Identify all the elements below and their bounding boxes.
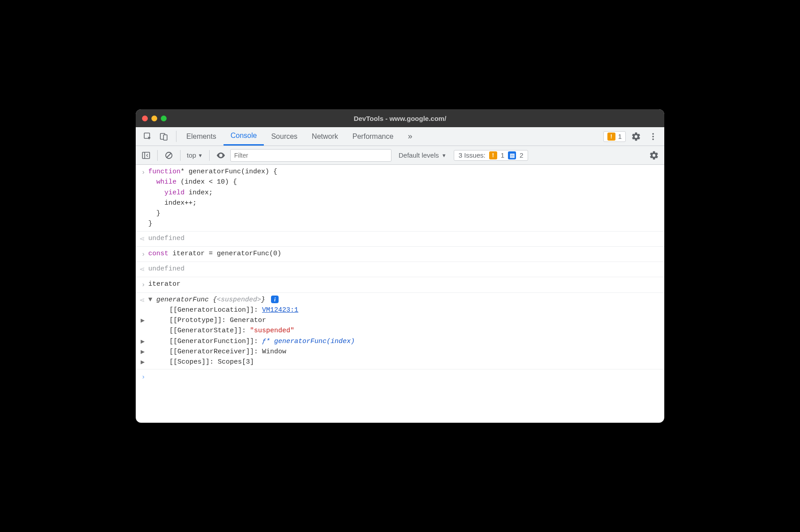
prop-key: [[GeneratorState]] <box>169 327 242 335</box>
input-chevron-icon: › <box>141 249 145 260</box>
console-sidebar-toggle-icon[interactable] <box>139 149 153 162</box>
dropdown-triangle-icon: ▼ <box>198 153 203 158</box>
info-icon[interactable]: i <box>271 296 279 303</box>
live-expression-eye-icon[interactable] <box>214 149 228 162</box>
object-property[interactable]: ▶ [[Scopes]]: Scopes[3] <box>148 357 660 367</box>
svg-point-5 <box>652 138 654 140</box>
devtools-window: DevTools - www.google.com/ Elements Cons… <box>136 109 664 423</box>
issues-badge-count: 1 <box>618 133 622 140</box>
console-input-code: function* generatorFunc(index) { while (… <box>148 167 660 229</box>
svg-rect-2 <box>163 135 167 140</box>
expand-triangle-icon[interactable]: ▶ <box>141 357 145 368</box>
execution-context-selector[interactable]: top ▼ <box>185 151 205 159</box>
prop-value: Window <box>262 348 286 356</box>
object-property[interactable]: [[GeneratorLocation]]: VM12423:1 <box>148 305 660 315</box>
expand-triangle-icon[interactable]: ▶ <box>141 337 145 347</box>
collapse-triangle-icon[interactable]: ▼ <box>148 295 152 305</box>
console-output-value: undefined <box>148 264 660 274</box>
output-chevron-icon: ⋖ <box>139 296 145 306</box>
window-controls <box>142 116 167 121</box>
console-input-row: › const iterator = generatorFunc(0) <box>136 247 664 262</box>
issues-warn-count: 1 <box>501 151 504 159</box>
device-toolbar-icon[interactable] <box>157 130 171 143</box>
output-chevron-icon: ⋖ <box>139 234 145 245</box>
tab-sources[interactable]: Sources <box>264 127 305 146</box>
issues-badge[interactable]: ! 1 <box>603 131 626 142</box>
issues-info-count: 2 <box>520 151 523 159</box>
console-settings-gear-icon[interactable] <box>647 149 661 162</box>
console-output-row: ⋖ undefined <box>136 262 664 277</box>
tab-console[interactable]: Console <box>224 127 264 146</box>
object-class-name: generatorFunc <box>156 296 213 304</box>
output-chevron-icon: ⋖ <box>139 265 145 275</box>
tab-network[interactable]: Network <box>305 127 345 146</box>
warning-icon: ! <box>607 133 615 141</box>
svg-rect-6 <box>142 152 150 159</box>
prop-key: [[Scopes]] <box>169 358 210 366</box>
tabs-overflow-button[interactable]: » <box>400 127 419 146</box>
warning-icon: ! <box>489 151 497 159</box>
minimize-window-button[interactable] <box>151 116 157 121</box>
console-input-row: › function* generatorFunc(index) { while… <box>136 165 664 232</box>
prop-value: "suspended" <box>250 327 294 335</box>
object-expanded: ▼ generatorFunc {<suspended>} i [[Genera… <box>148 295 660 368</box>
object-state-hint: <suspended> <box>217 296 261 304</box>
tabs-bar: Elements Console Sources Network Perform… <box>136 127 664 146</box>
clear-console-icon[interactable] <box>162 149 176 162</box>
console-input-code: iterator <box>148 279 660 289</box>
expand-triangle-icon[interactable]: ▶ <box>141 347 145 357</box>
message-icon: ▤ <box>508 151 516 159</box>
prop-key: [[Prototype]] <box>169 317 222 324</box>
titlebar: DevTools - www.google.com/ <box>136 109 664 127</box>
object-property[interactable]: [[GeneratorState]]: "suspended" <box>148 326 660 336</box>
zoom-window-button[interactable] <box>161 116 167 121</box>
source-link[interactable]: VM12423:1 <box>262 306 298 314</box>
input-chevron-icon: › <box>141 280 145 290</box>
object-property[interactable]: ▶ [[GeneratorFunction]]: ƒ* generatorFun… <box>148 336 660 347</box>
console-input-row: › iterator <box>136 277 664 292</box>
prop-value: generatorFunc(index) <box>274 338 355 345</box>
prop-key: [[GeneratorFunction]] <box>169 338 254 345</box>
settings-gear-icon[interactable] <box>629 130 643 143</box>
console-output[interactable]: › function* generatorFunc(index) { while… <box>136 165 664 423</box>
console-input-code: const iterator = generatorFunc(0) <box>148 249 660 259</box>
issues-label: 3 Issues: <box>459 151 486 159</box>
expand-triangle-icon[interactable]: ▶ <box>141 316 145 326</box>
input-chevron-icon: › <box>141 167 145 178</box>
levels-label: Default levels <box>399 151 439 159</box>
log-level-selector[interactable]: Default levels ▼ <box>399 151 447 159</box>
object-header[interactable]: ▼ generatorFunc {<suspended>} i <box>148 295 660 305</box>
console-output-row: ⋖ undefined <box>136 232 664 247</box>
console-output-value: undefined <box>148 233 660 244</box>
console-output-row: ⋖ ▼ generatorFunc {<suspended>} i [[Gene… <box>136 293 664 369</box>
prop-key: [[GeneratorLocation]] <box>169 306 254 314</box>
object-property[interactable]: ▶ [[GeneratorReceiver]]: Window <box>148 347 660 357</box>
window-title: DevTools - www.google.com/ <box>136 115 664 122</box>
tab-performance[interactable]: Performance <box>345 127 401 146</box>
prop-value: Generator <box>230 317 266 324</box>
svg-point-3 <box>652 133 654 135</box>
more-menu-icon[interactable] <box>646 130 660 143</box>
filter-input[interactable] <box>230 149 391 162</box>
context-label: top <box>187 151 196 159</box>
console-prompt-row[interactable]: › <box>136 369 664 384</box>
tab-elements[interactable]: Elements <box>179 127 224 146</box>
svg-line-8 <box>167 153 171 158</box>
inspect-element-icon[interactable] <box>141 130 155 143</box>
dropdown-triangle-icon: ▼ <box>442 153 447 158</box>
prop-value: Scopes[3] <box>218 358 254 366</box>
close-window-button[interactable] <box>142 116 148 121</box>
panel-tabs: Elements Console Sources Network Perform… <box>179 127 419 146</box>
issues-button[interactable]: 3 Issues: ! 1 ▤ 2 <box>454 150 529 161</box>
object-property[interactable]: ▶ [[Prototype]]: Generator <box>148 315 660 326</box>
prompt-chevron-icon: › <box>141 372 145 382</box>
prop-key: [[GeneratorReceiver]] <box>169 348 254 356</box>
svg-point-4 <box>652 136 654 137</box>
console-toolbar: top ▼ Default levels ▼ 3 Issues: ! 1 ▤ 2 <box>136 146 664 165</box>
